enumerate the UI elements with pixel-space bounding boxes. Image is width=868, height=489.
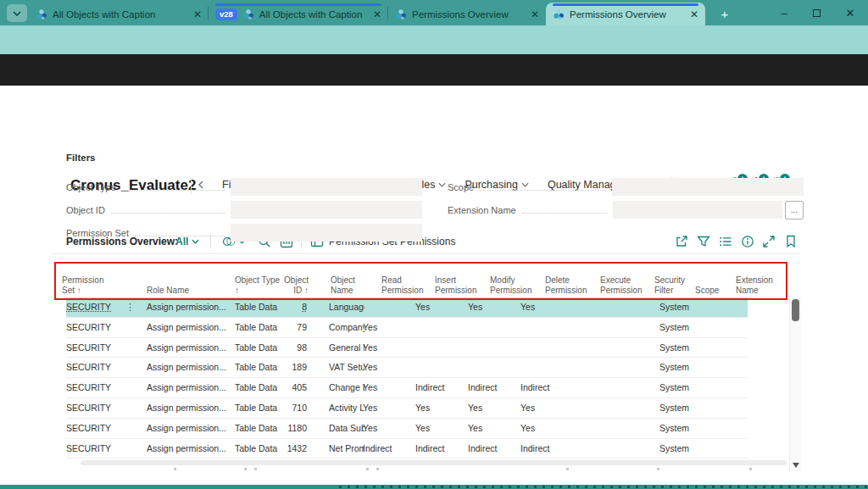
assist-edit-button[interactable]: ... xyxy=(785,201,804,219)
maximize-icon xyxy=(813,9,821,17)
cell-object-name: Change L... xyxy=(329,378,364,398)
cell-object-name: General L... xyxy=(329,338,364,358)
dotted-leader xyxy=(522,213,607,214)
table-row[interactable]: SECURITY Assign permission... Table Data… xyxy=(0,378,868,398)
filter-row-scope: Scope xyxy=(448,178,804,196)
table-row[interactable]: SECURITY Assign permission... Table Data… xyxy=(0,439,868,459)
cell-insert-permission: Indirect xyxy=(415,378,444,398)
permission-set-input[interactable] xyxy=(231,224,422,242)
object-id-input[interactable] xyxy=(231,201,422,219)
cell-permission-set[interactable]: SECURITY xyxy=(66,378,111,398)
cell-object-name: Activity L... xyxy=(329,398,364,419)
cell-permission-set[interactable]: SECURITY xyxy=(66,398,111,419)
cell-object-id[interactable]: 405 xyxy=(271,378,307,398)
cell-modify-permission: Indirect xyxy=(468,378,497,398)
cell-object-id[interactable]: 1180 xyxy=(271,419,307,439)
cell-permission-set[interactable]: SECURITY xyxy=(66,338,111,358)
cell-object-name: Company... xyxy=(329,318,364,338)
tab-title: Permissions Overview xyxy=(412,9,526,19)
table-row[interactable]: SECURITY Assign permission... Table Data… xyxy=(0,338,868,358)
tab-close-icon[interactable]: ✕ xyxy=(531,9,539,19)
tab-close-icon[interactable]: ✕ xyxy=(373,9,381,19)
app-header: Dynamics 365 Business Central Preview en… xyxy=(0,54,868,86)
filter-label: Scope xyxy=(448,182,480,192)
bookmark-icon[interactable] xyxy=(784,235,798,248)
cell-object-name: Data Subj... xyxy=(329,419,364,439)
tab-search-button[interactable] xyxy=(7,4,27,22)
cell-permission-set[interactable]: SECURITY xyxy=(66,297,111,318)
browser-address-bar: https://businesscentral.dynamics.com/2a9… xyxy=(0,25,868,54)
cell-object-id[interactable]: 8 xyxy=(271,297,307,318)
cell-permission-set[interactable]: SECURITY xyxy=(66,439,111,459)
clipped-row-fragment xyxy=(376,468,379,470)
cell-read-permission: Yes xyxy=(363,419,377,439)
new-tab-button[interactable]: + xyxy=(716,5,733,22)
cell-role-name: Assign permission... xyxy=(147,419,226,439)
table-row[interactable]: SECURITY Assign permission... Table Data… xyxy=(0,318,868,338)
cell-insert-permission: Indirect xyxy=(415,439,444,459)
cell-permission-set[interactable]: SECURITY xyxy=(66,358,111,378)
vertical-scrollbar-thumb[interactable] xyxy=(792,299,799,321)
browser-tab-2[interactable]: v28 All Objects with Caption ✕ xyxy=(209,3,388,25)
cell-role-name: Assign permission... xyxy=(147,338,226,358)
cell-role-name: Assign permission... xyxy=(147,378,226,398)
site-favicon xyxy=(36,8,47,20)
page-toolbar: Permissions Overview: All Permission Set… xyxy=(0,115,868,139)
filter-label: Object ID xyxy=(66,205,111,215)
tab-loading-indicator xyxy=(215,3,381,6)
scope-input[interactable] xyxy=(612,178,804,196)
maximize-button[interactable] xyxy=(802,0,831,25)
browser-tab-4-active[interactable]: Permissions Overview ✕ xyxy=(546,3,705,25)
browser-tab-1[interactable]: All Objects with Caption ✕ xyxy=(29,3,209,25)
filters-heading: Filters xyxy=(66,153,96,163)
share-icon[interactable] xyxy=(675,235,688,248)
cell-role-name: Assign permission... xyxy=(147,297,226,318)
cell-modify-permission: Indirect xyxy=(468,439,497,459)
cell-role-name: Assign permission... xyxy=(147,318,226,338)
extension-name-input[interactable] xyxy=(613,201,782,219)
row-context-menu-icon[interactable] xyxy=(125,297,135,318)
cell-role-name: Assign permission... xyxy=(147,398,226,419)
cell-modify-permission: Yes xyxy=(468,419,482,439)
cell-insert-permission: Yes xyxy=(415,297,430,318)
cell-object-id[interactable]: 79 xyxy=(271,318,307,338)
expand-icon[interactable] xyxy=(762,235,776,248)
tab-title: All Objects with Caption xyxy=(53,9,188,19)
cell-permission-set[interactable]: SECURITY xyxy=(66,318,111,338)
table-row[interactable]: SECURITY Assign permission... Table Data… xyxy=(0,398,868,419)
list-view-icon[interactable] xyxy=(719,235,732,248)
vertical-scrollbar[interactable] xyxy=(789,297,802,472)
site-favicon xyxy=(553,8,565,20)
cell-object-id[interactable]: 189 xyxy=(271,358,307,378)
close-window-button[interactable]: ✕ xyxy=(836,0,865,25)
cell-delete-permission: Indirect xyxy=(520,378,549,398)
filter-label: Object Type xyxy=(66,182,122,192)
table-row[interactable]: SECURITY Assign permission... Table Data… xyxy=(0,419,868,439)
cell-object-name: Net Prom... xyxy=(329,439,364,459)
filter-funnel-icon[interactable] xyxy=(697,235,710,248)
minimize-button[interactable]: – xyxy=(770,0,798,25)
horizontal-scrollbar[interactable] xyxy=(81,460,787,465)
cell-object-id[interactable]: 1432 xyxy=(271,439,307,459)
cell-object-id[interactable]: 98 xyxy=(271,338,307,358)
cell-scope: System xyxy=(659,398,689,419)
table-row[interactable]: SECURITY Assign permission... Table Data… xyxy=(0,358,868,378)
object-type-input[interactable] xyxy=(231,178,422,196)
tab-close-icon[interactable]: ✕ xyxy=(193,9,202,19)
cell-scope: System xyxy=(659,358,689,378)
browser-tab-3[interactable]: Permissions Overview ✕ xyxy=(388,3,546,25)
cell-modify-permission: Yes xyxy=(468,398,482,419)
cell-insert-permission: Yes xyxy=(415,398,430,419)
annotation-red-box xyxy=(54,262,787,300)
table-row[interactable]: SECURITY Assign permission... Table Data… xyxy=(0,297,868,318)
cell-object-id[interactable]: 710 xyxy=(271,398,307,419)
tab-title: All Objects with Caption xyxy=(259,9,368,19)
scrollbar-down-arrow-icon[interactable] xyxy=(793,463,799,468)
dotted-leader xyxy=(122,190,225,191)
cell-permission-set[interactable]: SECURITY xyxy=(66,419,111,439)
clipped-row-fragment xyxy=(366,468,369,470)
tab-close-icon[interactable]: ✕ xyxy=(690,9,698,19)
clipped-row-fragment xyxy=(566,468,569,470)
info-icon[interactable] xyxy=(741,235,754,248)
filter-row-extension-name: Extension Name ... xyxy=(448,201,804,219)
